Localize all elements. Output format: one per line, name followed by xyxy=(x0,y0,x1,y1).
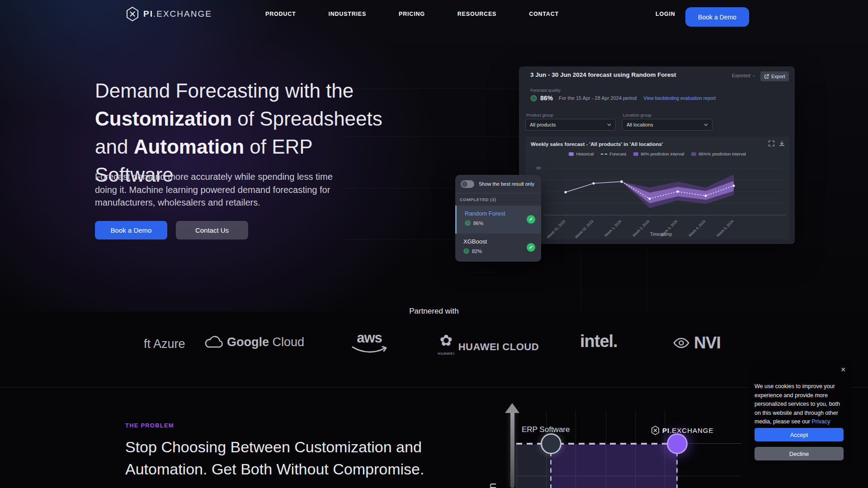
toggle-label: Show the best result only xyxy=(479,181,534,187)
weekly-forecast-chart-card: Weekly sales forecast - 'All products' i… xyxy=(525,136,789,239)
model-score: 82% xyxy=(463,248,482,254)
svg-text:80: 80 xyxy=(537,166,541,170)
aws-logo: aws xyxy=(352,330,387,353)
quality-gauge-icon xyxy=(530,95,537,102)
backtesting-report-link[interactable]: View backtesting evaluation report xyxy=(643,95,716,101)
chevron-down-icon xyxy=(704,123,708,126)
export-icon xyxy=(764,74,769,79)
book-demo-nav-button[interactable]: Book a Demo xyxy=(685,7,749,27)
login-link[interactable]: LOGIN xyxy=(656,11,675,17)
decoration-line xyxy=(646,246,647,312)
product-group-label: Product group xyxy=(526,113,553,117)
dashed-drop-line-pi xyxy=(676,452,678,488)
decoration-line xyxy=(580,246,581,312)
svg-text:Timestamp: Timestamp xyxy=(650,232,672,237)
location-group-label: Location group xyxy=(623,113,651,117)
huawei-cloud-logo: ✿HUAWEI HUAWEI CLOUD xyxy=(438,333,539,361)
section-divider xyxy=(0,387,868,388)
exported-status: Exported: – xyxy=(732,73,755,78)
azure-logo: ft Azure xyxy=(144,337,185,351)
check-icon: ✓ xyxy=(527,215,535,224)
grid-line xyxy=(515,476,741,476)
model-name: Random Forest xyxy=(465,210,505,217)
grid-line xyxy=(635,410,636,488)
automation-axis-label: Automation xyxy=(486,483,499,488)
svg-text:Week 1, 2024: Week 1, 2024 xyxy=(604,219,623,238)
axis-arrow-head xyxy=(505,403,519,413)
nav-item-contact[interactable]: CONTACT xyxy=(529,11,559,17)
product-group-dropdown[interactable]: All products xyxy=(525,119,616,131)
svg-text:Week 52, 2023: Week 52, 2023 xyxy=(574,219,594,239)
grid-line xyxy=(665,410,665,488)
brand-name: PI.EXCHANGE xyxy=(143,9,212,19)
pi-exchange-point xyxy=(667,433,688,454)
book-demo-hero-button[interactable]: Book a Demo xyxy=(95,221,167,239)
decline-cookies-button[interactable]: Decline xyxy=(755,447,844,460)
nvidia-eye-icon xyxy=(672,337,690,349)
partner-logo-strip: ft Azure Google Cloud aws ✿HUAWEI HUAWEI… xyxy=(0,324,868,366)
brand-hexagon-icon xyxy=(126,6,139,22)
best-result-toggle[interactable] xyxy=(461,180,474,188)
legend-band-95: 95%% prediction interval xyxy=(691,151,746,156)
erp-software-label: ERP Software xyxy=(522,425,570,434)
nav-item-resources[interactable]: RESOURCES xyxy=(458,11,496,17)
legend-forecast: Forecast xyxy=(601,151,626,156)
cloud-icon xyxy=(204,336,223,349)
model-row-xgboost[interactable]: XGBoost 82% ✓ xyxy=(455,234,541,262)
chart-legend: Historical Forecast 80% prediction inter… xyxy=(525,151,789,156)
pi-exchange-label: PI.EXCHANGE xyxy=(651,426,714,435)
brand-logo[interactable]: PI.EXCHANGE xyxy=(126,6,212,22)
top-nav-bar: PI.EXCHANGE PRODUCT INDUSTRIES PRICING R… xyxy=(0,0,868,28)
cookie-message: We use cookies to improve your experienc… xyxy=(755,382,846,435)
svg-text:Week 4, 2024: Week 4, 2024 xyxy=(688,219,707,238)
cookie-banner: ✕ We use cookies to improve your experie… xyxy=(748,361,851,469)
google-cloud-logo: Google Cloud xyxy=(204,335,304,349)
completed-section-header: COMPLETED (3) xyxy=(460,197,496,202)
accept-cookies-button[interactable]: Accept xyxy=(755,428,844,441)
hero-subtitle: Forecast demand more accurately while sp… xyxy=(95,170,355,209)
model-name: XGBoost xyxy=(463,238,487,245)
best-result-toggle-row: Show the best result only xyxy=(455,175,541,193)
close-icon[interactable]: ✕ xyxy=(840,366,846,373)
diagram-advantage-region xyxy=(551,444,677,488)
legend-band-80: 80% prediction interval xyxy=(633,151,684,156)
main-nav: PRODUCT INDUSTRIES PRICING RESOURCES CON… xyxy=(265,0,559,28)
problem-heading: Stop Choosing Between Customization and … xyxy=(125,436,433,480)
chart-title: Weekly sales forecast - 'All products' i… xyxy=(531,141,663,147)
forecast-quality-row: 86% For the 15 Apr - 28 Apr 2024 period … xyxy=(530,94,716,102)
quality-score: 86% xyxy=(540,94,553,102)
contact-us-button[interactable]: Contact Us xyxy=(176,221,248,239)
nav-item-industries[interactable]: INDUSTRIES xyxy=(328,11,366,17)
quality-period: For the 15 Apr - 28 Apr 2024 period xyxy=(559,95,637,101)
nvidia-logo: NVI xyxy=(672,333,721,352)
model-row-random-forest[interactable]: Random Forest 86% ✓ xyxy=(455,206,541,234)
axis-arrow-shaft xyxy=(510,410,514,488)
svg-text:Week 51, 2023: Week 51, 2023 xyxy=(546,219,566,239)
erp-software-point xyxy=(541,433,561,454)
huawei-flower-icon: ✿HUAWEI xyxy=(438,333,455,361)
svg-text:Week 5, 2024: Week 5, 2024 xyxy=(716,219,735,238)
problem-kicker: THE PROBLEM xyxy=(125,422,174,429)
grid-line xyxy=(576,410,576,488)
dashed-drop-line-erp xyxy=(550,452,552,488)
aws-smile-icon xyxy=(352,346,387,353)
nav-item-product[interactable]: PRODUCT xyxy=(265,11,296,17)
download-icon[interactable] xyxy=(779,141,785,146)
chevron-down-icon xyxy=(607,123,611,126)
nav-item-pricing[interactable]: PRICING xyxy=(399,11,425,17)
grid-line xyxy=(606,410,606,488)
forecast-dashboard-panel: 3 Jun - 30 Jun 2024 forecast using Rando… xyxy=(519,66,795,244)
model-results-popup: Show the best result only COMPLETED (3) … xyxy=(455,175,541,262)
location-group-dropdown[interactable]: All locations xyxy=(622,119,712,131)
forecast-quality-label: Forecast quality xyxy=(530,88,561,93)
export-button[interactable]: Export xyxy=(760,71,789,81)
model-score: 86% xyxy=(465,220,483,226)
partners-heading: Partnered with xyxy=(0,307,868,316)
dashboard-title: 3 Jun - 30 Jun 2024 forecast using Rando… xyxy=(530,71,676,78)
fullscreen-icon[interactable] xyxy=(769,141,774,146)
check-icon: ✓ xyxy=(527,243,535,252)
svg-text:Week 2, 2024: Week 2, 2024 xyxy=(632,219,651,238)
brand-hexagon-icon xyxy=(651,426,660,435)
intel-logo: intel. xyxy=(580,332,618,351)
forecast-plot: 020406080Week 51, 2023Week 52, 2023Week … xyxy=(525,160,789,239)
